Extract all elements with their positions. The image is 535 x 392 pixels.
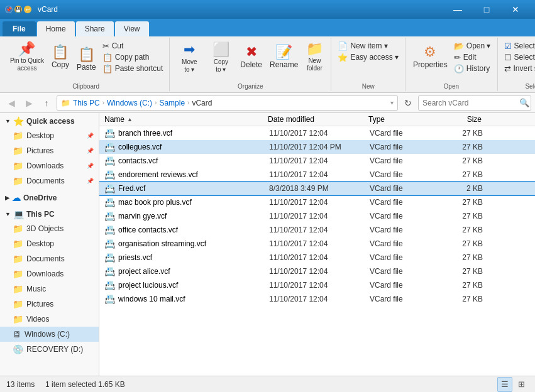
details-view-button[interactable]: ☰ — [497, 377, 512, 392]
delete-button[interactable]: ✖ Delete — [236, 39, 266, 75]
close-button[interactable]: ✕ — [501, 0, 530, 19]
table-row[interactable]: 📇 Fred.vcf 8/3/2018 3:49 PM VCard file 2… — [99, 182, 535, 195]
quick-access-icon[interactable]: 📌 — [5, 6, 13, 13]
back-button[interactable]: ◀ — [4, 95, 19, 111]
sidebar-item-documents[interactable]: 📁 Documents — [0, 251, 99, 266]
sidebar-item-music[interactable]: 📁 Music — [0, 281, 99, 297]
sidebar-item-label: Downloads — [26, 161, 63, 170]
copy-path-label: Copy path — [115, 53, 150, 62]
copy-to-button[interactable]: ⬜ Copyto ▾ — [205, 39, 236, 75]
file-size: 27 KB — [439, 212, 483, 220]
history-button[interactable]: 🕐 History — [451, 63, 494, 74]
sidebar-item-recovery-d[interactable]: 💿 RECOVERY (D:) — [0, 342, 99, 357]
this-pc-header[interactable]: ▼ 💻 This PC — [0, 207, 99, 221]
sidebar-item-downloads[interactable]: 📁 Downloads — [0, 266, 99, 281]
rename-label: Rename — [270, 60, 298, 69]
easy-access-button[interactable]: ⭐ Easy access ▾ — [335, 52, 401, 63]
copy-button[interactable]: 📋 Copy — [48, 39, 73, 75]
breadcrumb-sample[interactable]: Sample — [159, 99, 185, 107]
file-type: VCard file — [370, 253, 439, 262]
file-list-header: Name ▲ Date modified Type Size — [99, 113, 535, 126]
folder-icon: 📁 — [13, 269, 23, 279]
new-item-button[interactable]: 📄 New item ▾ — [335, 40, 401, 52]
recovery-icon: 💿 — [13, 344, 23, 354]
rename-icon: 📝 — [275, 45, 292, 59]
tab-view[interactable]: View — [115, 21, 149, 36]
column-date[interactable]: Date modified — [268, 115, 368, 124]
large-icons-view-button[interactable]: ⊞ — [514, 377, 529, 392]
breadcrumb-windows-c[interactable]: Windows (C:) — [107, 99, 152, 107]
breadcrumb-dropdown[interactable]: ▾ — [390, 99, 394, 106]
table-row[interactable]: 📇 contacts.vcf 11/10/2017 12:04 VCard fi… — [99, 154, 535, 168]
table-row[interactable]: 📇 organisation streaming.vcf 11/10/2017 … — [99, 237, 535, 251]
up-button[interactable]: ↑ — [39, 95, 54, 111]
save-icon[interactable]: 💾 — [14, 6, 22, 13]
pin-to-quick-access-button[interactable]: 📌 Pin to Quickaccess — [6, 39, 48, 75]
refresh-button[interactable]: ↻ — [400, 95, 416, 111]
sidebar-item-downloads-quick[interactable]: 📁 Downloads 📌 — [0, 158, 99, 173]
file-type: VCard file — [370, 156, 439, 165]
table-row[interactable]: 📇 office contacts.vcf 11/10/2017 12:04 V… — [99, 223, 535, 237]
minimize-button[interactable]: — — [443, 0, 472, 19]
sidebar-item-label: 3D Objects — [26, 224, 63, 233]
column-name[interactable]: Name ▲ — [104, 115, 268, 124]
table-row[interactable]: 📇 mac book pro plus.vcf 11/10/2017 12:04… — [99, 195, 535, 209]
maximize-button[interactable]: □ — [472, 0, 501, 19]
pin-indicator: 📌 — [87, 163, 94, 169]
quick-access-header[interactable]: ▼ ⭐ Quick access — [0, 114, 99, 128]
table-row[interactable]: 📇 project lucious.vcf 11/10/2017 12:04 V… — [99, 278, 535, 292]
tab-file[interactable]: File — [3, 21, 36, 36]
forward-button[interactable]: ▶ — [21, 95, 36, 111]
tab-share[interactable]: Share — [76, 21, 114, 36]
table-row[interactable]: 📇 windows 10 mail.vcf 11/10/2017 12:04 V… — [99, 292, 535, 306]
history-icon: 🕐 — [454, 64, 464, 74]
cut-button[interactable]: ✂ Cut — [100, 40, 166, 52]
breadcrumb-this-pc[interactable]: This PC — [73, 99, 100, 107]
search-box[interactable]: 🔍 — [418, 95, 531, 111]
table-row[interactable]: 📇 priests.vcf 11/10/2017 12:04 VCard fil… — [99, 251, 535, 264]
sidebar-item-windows-c[interactable]: 🖥 Windows (C:) — [0, 327, 99, 342]
paste-button[interactable]: 📋 Paste — [73, 41, 100, 78]
sidebar-item-pictures-quick[interactable]: 📁 Pictures 📌 — [0, 143, 99, 158]
copy-icon: 📋 — [52, 45, 69, 59]
file-date: 11/10/2017 12:04 — [269, 129, 370, 138]
invert-selection-button[interactable]: ⇄ Invert selection — [502, 63, 536, 74]
select-none-button[interactable]: ☐ Select none — [502, 52, 536, 63]
open-button[interactable]: 📂 Open ▾ — [451, 40, 494, 52]
breadcrumb[interactable]: 📁 This PC › Windows (C:) › Sample › vCar… — [57, 95, 398, 111]
sidebar-item-3d-objects[interactable]: 📁 3D Objects — [0, 221, 99, 236]
table-row[interactable]: 📇 branch three.vcf 11/10/2017 12:04 VCar… — [99, 126, 535, 140]
undo-icon[interactable]: ↩ — [24, 6, 31, 13]
rename-button[interactable]: 📝 Rename — [266, 39, 302, 75]
column-size[interactable]: Size — [438, 115, 482, 124]
file-type: VCard file — [370, 143, 439, 151]
status-info: 13 items 1 item selected 1.65 KB — [6, 380, 125, 389]
column-type[interactable]: Type — [368, 115, 438, 124]
copy-path-button[interactable]: 📋 Copy path — [100, 52, 166, 63]
sidebar-item-desktop-quick[interactable]: 📁 Desktop 📌 — [0, 128, 99, 143]
move-to-button[interactable]: ➡ Moveto ▾ — [174, 39, 205, 75]
paste-shortcut-button[interactable]: 📋 Paste shortcut — [100, 63, 166, 74]
table-row[interactable]: 📇 endorement reviews.vcf 11/10/2017 12:0… — [99, 168, 535, 182]
file-type: VCard file — [370, 212, 439, 220]
sidebar-item-label: Documents — [26, 254, 65, 263]
sidebar-item-desktop[interactable]: 📁 Desktop — [0, 236, 99, 251]
table-row[interactable]: 📇 marvin gye.vcf 11/10/2017 12:04 VCard … — [99, 209, 535, 223]
onedrive-header[interactable]: ▶ ☁ OneDrive — [0, 191, 99, 205]
properties-label: Properties — [413, 60, 448, 69]
file-type: VCard file — [370, 170, 439, 179]
search-input[interactable] — [422, 99, 517, 107]
properties-button[interactable]: ⚙ Properties — [409, 39, 451, 75]
delete-label: Delete — [240, 60, 262, 69]
sidebar-item-documents-quick[interactable]: 📁 Documents 📌 — [0, 173, 99, 188]
sidebar-item-videos[interactable]: 📁 Videos — [0, 312, 99, 327]
edit-button[interactable]: ✏ Edit — [451, 52, 494, 63]
file-name: windows 10 mail.vcf — [118, 295, 269, 303]
tab-home[interactable]: Home — [37, 21, 75, 36]
new-folder-button[interactable]: 📁 Newfolder — [302, 39, 327, 75]
file-date: 11/10/2017 12:04 — [269, 156, 370, 165]
select-all-button[interactable]: ☑ Select all — [502, 40, 536, 52]
table-row[interactable]: 📇 collegues.vcf 11/10/2017 12:04 PM VCar… — [99, 140, 535, 154]
table-row[interactable]: 📇 project alice.vcf 11/10/2017 12:04 VCa… — [99, 264, 535, 278]
sidebar-item-pictures[interactable]: 📁 Pictures — [0, 297, 99, 312]
